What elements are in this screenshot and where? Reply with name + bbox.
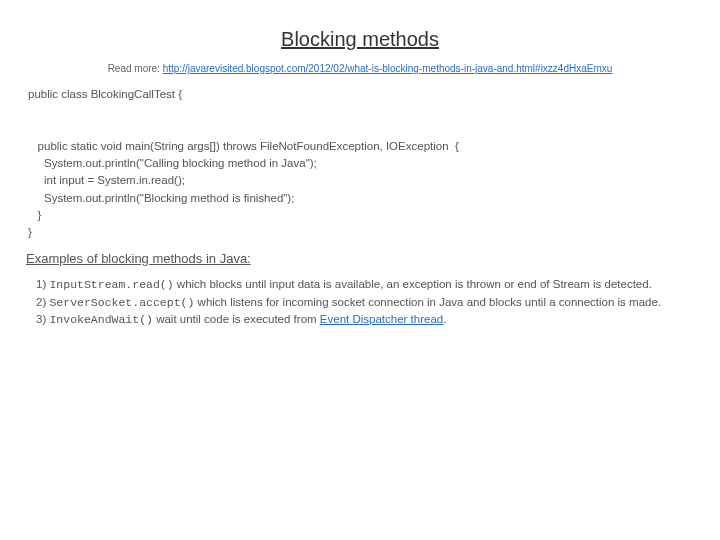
list-item: 1) InputStream.read() which blocks until… [36, 276, 696, 293]
api-name: InvokeAndWait() [49, 313, 153, 326]
slide: Blocking methods Read more: http://javar… [0, 0, 720, 348]
page-title: Blocking methods [24, 28, 696, 51]
readmore-label: Read more: [108, 63, 160, 74]
examples-list: 1) InputStream.read() which blocks until… [36, 276, 696, 328]
list-item: 3) InvokeAndWait() wait until code is ex… [36, 311, 696, 328]
api-name: InputStream.read() [49, 278, 173, 291]
readmore-line: Read more: http://javarevisited.blogspot… [24, 63, 696, 74]
code-block: public class BlcokingCallTest { public s… [28, 86, 692, 241]
event-dispatcher-link[interactable]: Event Dispatcher thread [320, 313, 443, 325]
api-name: ServerSocket.accept() [49, 296, 194, 309]
examples-heading: Examples of blocking methods in Java: [26, 251, 694, 266]
readmore-link[interactable]: http://javarevisited.blogspot.com/2012/0… [163, 63, 613, 74]
list-item: 2) ServerSocket.accept() which listens f… [36, 294, 696, 311]
